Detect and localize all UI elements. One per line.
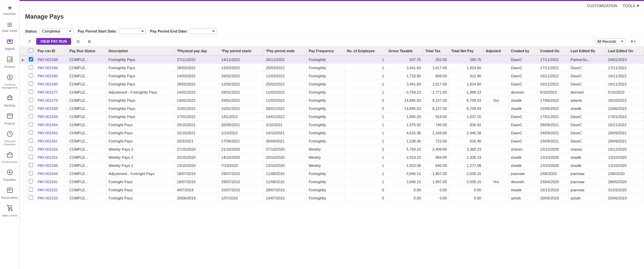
row-expand[interactable] [20,64,27,72]
row-expand[interactable] [20,121,27,129]
sidebar-item-favorites[interactable]: ★ Favorites [0,1,19,18]
row-checkbox[interactable] [29,179,33,184]
row-checkbox[interactable] [29,57,33,61]
row-checkbox-cell[interactable] [27,137,36,145]
export-button[interactable]: ⊠ [85,38,94,45]
row-checkbox-cell[interactable] [27,170,36,178]
row-checkbox-cell[interactable] [27,55,36,64]
row-checkbox[interactable] [29,106,33,110]
row-checkbox[interactable] [29,187,33,192]
pay-run-link[interactable]: PAY-001548 [38,164,58,168]
row-expand[interactable] [20,178,27,186]
row-expand[interactable] [20,170,27,178]
start-date-select[interactable] [119,28,146,34]
sidebar-item-currency[interactable]: Currency Management [0,71,19,92]
sidebar-item-dataviews[interactable]: ⊞ Data Views [0,18,19,35]
pay-run-link[interactable]: PAY-001586 [38,66,58,70]
pay-run-link[interactable]: PAY-001531 [38,188,58,192]
row-checkbox-cell[interactable] [27,72,36,80]
pay-run-link[interactable]: PAY-001544 [38,172,58,176]
sidebar-item-fixedassets[interactable]: Fixed Assets [0,149,19,166]
row-checkbox[interactable] [29,147,33,151]
end-date-select[interactable] [190,28,217,34]
row-expand[interactable] [20,72,27,80]
column-icon: ⊟ [77,39,80,44]
view-pay-run-button[interactable]: VIEW PAY RUN [36,38,71,45]
row-checkbox-cell[interactable] [27,145,36,153]
pay-run-link[interactable]: PAY-001588 [38,58,58,62]
pay-run-link[interactable]: PAY-001562 [38,131,58,135]
pay-run-link[interactable]: PAY-001583 [38,82,58,86]
row-expand[interactable] [20,161,27,170]
row-checkbox[interactable] [29,155,33,159]
row-expand[interactable] [20,194,27,202]
tools-menu[interactable]: TOOLS ▼ [623,4,640,8]
row-expand[interactable] [20,186,27,194]
row-checkbox-cell[interactable] [27,64,36,72]
pay-run-link[interactable]: PAY-001564 [38,123,58,127]
row-checkbox[interactable] [29,65,33,70]
row-checkbox-cell[interactable] [27,88,36,96]
row-checkbox-cell[interactable] [27,121,36,129]
row-checkbox-cell[interactable] [27,129,36,137]
row-expand[interactable] [20,137,27,145]
row-checkbox[interactable] [29,73,33,78]
sidebar-item-timeexpenses[interactable]: Time and Expenses [0,128,19,149]
row-checkbox[interactable] [29,138,33,143]
row-checkbox[interactable] [29,122,33,127]
row-checkbox-cell[interactable] [27,96,36,104]
pay-run-link[interactable]: PAY-001551 [38,155,58,159]
pay-run-link[interactable]: PAY-001566 [38,115,58,119]
records-select[interactable]: All Records My Records [595,38,625,44]
adjusted-yes-link[interactable]: Yes [493,180,499,184]
customization-link[interactable]: CUSTOMIZATION [587,4,617,8]
row-checkbox[interactable] [29,130,33,135]
row-checkbox-cell[interactable] [27,178,36,186]
row-expand[interactable] [20,153,27,161]
pay-run-link[interactable]: PAY-001556 [38,147,58,151]
sidebar-item-projects[interactable]: Projects [0,110,19,128]
table-header-row: Pay run ID Pay Run Status Description *P… [20,46,644,55]
pay-run-link[interactable]: PAY-001577 [38,90,58,94]
row-expand[interactable]: ▶ [20,55,27,64]
row-checkbox[interactable] [29,81,33,86]
sidebar-item-finance[interactable]: Finance [0,53,19,71]
row-checkbox[interactable] [29,90,33,94]
sidebar-item-salesorders[interactable]: Sales Orders [0,202,19,220]
sidebar-item-receivables[interactable]: Receivables [0,184,19,202]
sidebar-item-payroll[interactable]: Payroll [0,35,19,53]
row-checkbox[interactable] [29,98,33,102]
row-expand[interactable] [20,145,27,153]
pay-run-link[interactable]: PAY-001569 [38,107,58,111]
row-checkbox-cell[interactable] [27,80,36,88]
row-expand[interactable] [20,113,27,121]
row-checkbox-cell[interactable] [27,153,36,161]
row-checkbox-cell[interactable] [27,113,36,121]
sidebar-item-banking[interactable]: Banking [0,92,19,110]
adjusted-yes-link[interactable]: Yes [493,98,499,102]
row-checkbox[interactable] [29,195,33,200]
row-checkbox-cell[interactable] [27,161,36,170]
row-checkbox[interactable] [29,114,33,118]
refresh-button[interactable]: ↺ [25,38,34,45]
row-checkbox-cell[interactable] [27,104,36,113]
row-checkbox-cell[interactable] [27,186,36,194]
pay-run-link[interactable]: PAY-001541 [38,180,58,184]
column-settings-button[interactable]: ⊟ [74,38,82,45]
select-all-checkbox[interactable] [29,48,33,53]
row-checkbox[interactable] [29,171,33,175]
status-select[interactable]: Completed All Pending [40,28,74,34]
row-checkbox-cell[interactable] [27,194,36,202]
row-expand[interactable] [20,96,27,104]
row-checkbox[interactable] [29,163,33,167]
row-expand[interactable] [20,88,27,96]
pay-run-link[interactable]: PAY-001525 [38,196,58,200]
row-expand[interactable] [20,104,27,113]
pay-run-link[interactable]: PAY-001561 [38,139,58,143]
row-expand[interactable] [20,129,27,137]
pay-run-link[interactable]: PAY-001570 [38,98,58,102]
sidebar-item-payables[interactable]: Payables [0,166,19,184]
row-expand[interactable] [20,80,27,88]
pay-run-link[interactable]: PAY-001585 [38,74,58,78]
filter-button[interactable]: ▼≡ [627,38,639,44]
